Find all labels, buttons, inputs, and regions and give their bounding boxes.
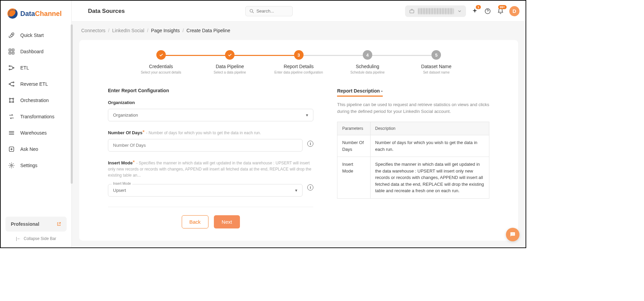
topbar: Data Sources 1 (72, 1, 526, 22)
svg-point-21 (512, 234, 513, 235)
table-header: Description (370, 122, 489, 135)
step-credentials[interactable]: Credentials Select your account details (127, 50, 195, 74)
check-icon (225, 50, 235, 60)
sidebar-item-label: Orchestration (20, 98, 49, 103)
step-number: 5 (431, 50, 441, 60)
ask-neo-icon (8, 146, 15, 153)
svg-point-22 (513, 234, 514, 235)
form-section-title: Enter Report Configuration (108, 88, 313, 93)
sidebar-item-reverse-etl[interactable]: Reverse ETL (1, 76, 71, 92)
step-dataset-name[interactable]: 5 Dataset Name Set dataset name (402, 50, 471, 74)
sparkle-button[interactable]: 1 (471, 7, 479, 15)
svg-point-12 (13, 98, 14, 99)
step-title: Dataset Name (421, 64, 451, 69)
step-report-details[interactable]: 3 Report Details Enter data pipeline con… (264, 50, 333, 74)
num-days-input[interactable] (108, 139, 303, 152)
logo[interactable]: DataChannel (1, 6, 71, 27)
num-days-hint: - Number of days for which you wish to g… (146, 131, 261, 135)
insert-mode-label: Insert Mode (108, 160, 133, 165)
search-input[interactable] (257, 8, 289, 14)
organization-select[interactable]: Organization ▾ (108, 109, 313, 121)
help-button[interactable] (484, 7, 492, 15)
step-number: 4 (363, 50, 372, 60)
back-button[interactable]: Back (182, 215, 208, 228)
svg-point-9 (13, 85, 14, 86)
collapse-sidebar-button[interactable]: |← Collapse Side Bar (5, 232, 67, 242)
sidebar-item-label: Quick Start (20, 33, 44, 38)
chat-fab[interactable] (506, 228, 519, 241)
logo-text-b: Channel (35, 10, 62, 17)
param-name: Number Of Days (337, 135, 370, 157)
table-header: Parameters (337, 122, 370, 135)
next-button[interactable]: Next (214, 215, 240, 228)
sidebar-item-orchestration[interactable]: Orchestration (1, 92, 71, 108)
account-name-blurred (418, 8, 454, 14)
num-days-label: Number Of Days (108, 130, 142, 135)
svg-rect-4 (12, 52, 14, 54)
chevron-down-icon (457, 9, 462, 14)
sidebar-item-transformations[interactable]: Transformations (1, 108, 71, 125)
breadcrumb-item-current: Create Data Pipeline (186, 28, 230, 33)
sidebar: DataChannel Quick Start Dashboard ETL Re… (1, 1, 72, 247)
breadcrumb-item[interactable]: Connectors (81, 28, 106, 33)
reverse-etl-icon (8, 81, 15, 87)
svg-point-13 (9, 101, 10, 102)
table-row: Insert Mode Specifies the manner in whic… (337, 157, 489, 199)
plan-card[interactable]: Professional (5, 217, 67, 232)
transformations-icon (8, 113, 15, 120)
plan-name: Professional (11, 221, 39, 227)
warehouses-icon (8, 129, 15, 136)
svg-point-6 (9, 69, 10, 70)
step-data-pipeline[interactable]: Data Pipeline Select a data pipeline (195, 50, 264, 74)
sidebar-item-label: Warehouses (20, 130, 47, 136)
chat-icon (509, 231, 516, 238)
notifications-button[interactable]: 99+ (496, 7, 505, 15)
sidebar-item-label: Settings (20, 163, 38, 168)
sidebar-item-etl[interactable]: ETL (1, 60, 71, 76)
notifications-badge: 99+ (498, 5, 507, 9)
sidebar-item-dashboard[interactable]: Dashboard (1, 43, 71, 60)
briefcase-icon (409, 8, 415, 14)
step-sub: Enter data pipeline configuration (274, 71, 323, 74)
sidebar-item-warehouses[interactable]: Warehouses (1, 125, 71, 141)
account-switcher[interactable] (405, 5, 466, 17)
step-title: Scheduling (356, 64, 379, 69)
sidebar-item-quick-start[interactable]: Quick Start (1, 27, 71, 43)
step-title: Credentials (149, 64, 173, 69)
breadcrumb-sep: / (108, 28, 110, 33)
svg-point-11 (9, 98, 10, 99)
description-title: Report Description - (337, 88, 383, 97)
avatar[interactable]: D (509, 6, 519, 16)
breadcrumb-item[interactable]: LinkedIn Social (112, 28, 144, 33)
stepper: Credentials Select your account details … (127, 50, 471, 74)
info-icon[interactable]: i (307, 184, 313, 190)
param-desc: Number of days for which you wish to get… (370, 135, 489, 157)
rocket-icon (8, 32, 15, 39)
step-scheduling[interactable]: 4 Scheduling Schedule data pipeline (333, 50, 402, 74)
svg-point-5 (9, 65, 10, 66)
step-sub: Select a data pipeline (214, 71, 246, 74)
param-name: Insert Mode (337, 157, 370, 199)
page-title: Data Sources (88, 8, 125, 15)
breadcrumb-item[interactable]: Page Insights (151, 28, 180, 33)
step-sub: Set dataset name (423, 71, 449, 74)
sidebar-item-label: ETL (20, 65, 29, 71)
check-icon (156, 50, 166, 60)
info-icon[interactable]: i (307, 141, 313, 147)
step-title: Data Pipeline (216, 64, 244, 69)
step-sub: Select your account details (141, 71, 181, 74)
param-desc: Specifies the manner in which data will … (370, 157, 489, 199)
sidebar-item-settings[interactable]: Settings (1, 157, 71, 174)
svg-point-8 (13, 82, 14, 83)
svg-point-10 (9, 83, 10, 84)
insert-mode-select[interactable]: Insert Mode Upsert ▾ (108, 184, 303, 197)
sidebar-item-ask-neo[interactable]: Ask Neo (1, 141, 71, 157)
caret-down-icon: ▾ (295, 188, 297, 193)
sidebar-item-label: Transformations (20, 114, 54, 119)
dashboard-icon (8, 48, 15, 55)
svg-point-17 (250, 9, 252, 12)
svg-point-16 (11, 165, 13, 166)
etl-icon (8, 64, 15, 71)
breadcrumb-sep: / (182, 28, 184, 33)
search-box[interactable] (245, 6, 293, 16)
